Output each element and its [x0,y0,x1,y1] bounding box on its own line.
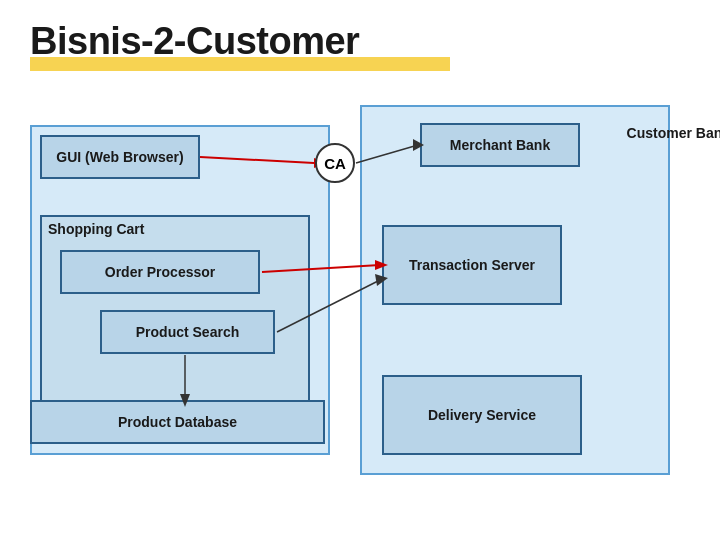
customer-bank-label: Customer Bank [600,125,720,142]
ca-circle: CA [315,143,355,183]
title-underline [30,57,450,71]
diagram-area: GUI (Web Browser) CA Merchant Bank Custo… [30,95,690,495]
transaction-server-label: Transaction Server [409,257,535,273]
merchant-bank-box: Merchant Bank [420,123,580,167]
gui-browser-box: GUI (Web Browser) [40,135,200,179]
transaction-server-box: Transaction Server [382,225,562,305]
product-database-box: Product Database [30,400,325,444]
page: Bisnis-2-Customer GUI (Web Browser) CA M… [0,0,720,540]
delivery-service-box: Delivery Service [382,375,582,455]
product-database-label: Product Database [118,414,237,430]
shopping-cart-label: Shopping Cart [48,221,144,237]
gui-browser-label: GUI (Web Browser) [56,149,183,165]
merchant-bank-label: Merchant Bank [450,137,550,153]
product-search-label: Product Search [136,324,239,340]
order-processor-label: Order Processor [105,264,216,280]
order-processor-box: Order Processor [60,250,260,294]
delivery-service-label: Delivery Service [428,407,536,423]
product-search-box: Product Search [100,310,275,354]
ca-label: CA [324,155,346,172]
